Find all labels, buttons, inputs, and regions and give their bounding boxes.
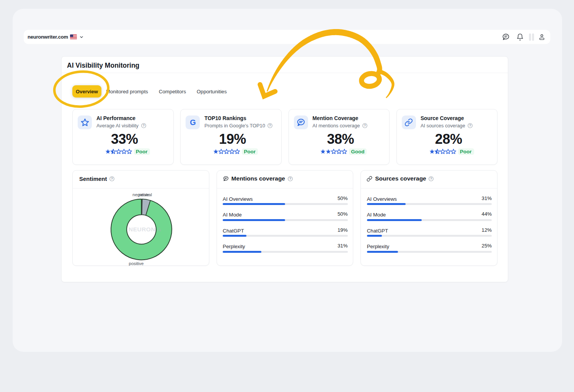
svg-text:?: ? (143, 124, 145, 127)
svg-text:?: ? (289, 177, 291, 181)
svg-text:?: ? (469, 124, 471, 127)
svg-text:G: G (190, 118, 196, 127)
svg-text:NEURON A: NEURON A (129, 226, 161, 233)
svg-text:?: ? (269, 124, 271, 127)
svg-text:?: ? (430, 177, 432, 181)
svg-text:?: ? (111, 177, 113, 181)
svg-text:?: ? (364, 124, 366, 127)
svg-text:neutral: neutral (139, 192, 152, 197)
svg-text:positive: positive (129, 261, 144, 266)
